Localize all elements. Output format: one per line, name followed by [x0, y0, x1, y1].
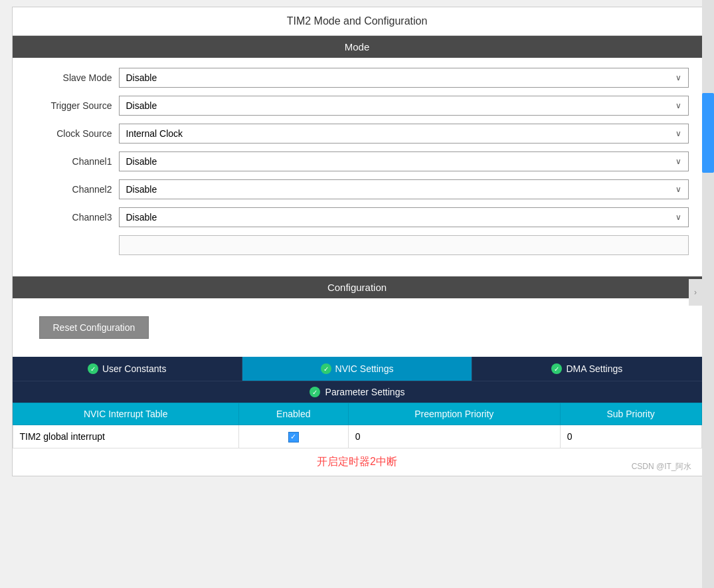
config-section-header: Configuration — [13, 276, 702, 298]
slave-mode-row: Slave Mode Disable — [26, 68, 689, 88]
partial-field — [119, 235, 689, 255]
partial-row — [26, 235, 689, 258]
slave-mode-label: Slave Mode — [26, 72, 119, 83]
reset-button-container: Reset Configuration — [13, 298, 702, 357]
channel3-row: Channel3 Disable — [26, 207, 689, 227]
trigger-source-row: Trigger Source Disable — [26, 96, 689, 116]
channel2-row: Channel2 Disable — [26, 179, 689, 199]
tabs-row: ✓ User Constants ✓ NVIC Settings ✓ DMA S… — [13, 357, 702, 381]
channel2-select[interactable]: Disable — [120, 180, 688, 199]
tab-dma-settings-label: DMA Settings — [566, 363, 622, 374]
channel2-select-wrapper[interactable]: Disable — [119, 179, 689, 199]
watermark: CSDN @IT_阿水 — [632, 461, 692, 472]
nvic-settings-check-icon: ✓ — [321, 363, 331, 374]
trigger-source-select[interactable]: Disable — [120, 96, 688, 115]
param-settings-check-icon: ✓ — [310, 387, 320, 397]
clock-source-select-wrapper[interactable]: Internal Clock — [119, 124, 689, 144]
channel1-select-wrapper[interactable]: Disable — [119, 151, 689, 171]
interrupt-enabled: ✓ — [238, 425, 348, 448]
scrollbar[interactable] — [702, 0, 714, 588]
nvic-col-header-preemption: Preemption Priority — [348, 403, 560, 425]
nvic-col-header-sub: Sub Priority — [560, 403, 701, 425]
main-container: TIM2 Mode and Configuration Mode Slave M… — [12, 7, 703, 476]
nvic-col-header-name: NVIC Interrupt Table — [13, 403, 238, 425]
annotation-text: 开启定时器2中断 — [13, 448, 702, 476]
channel1-select[interactable]: Disable — [120, 152, 688, 171]
tab-user-constants-label: User Constants — [102, 363, 166, 374]
clock-source-label: Clock Source — [26, 128, 119, 139]
channel3-select-wrapper[interactable]: Disable — [119, 207, 689, 227]
tab-nvic-settings-label: NVIC Settings — [335, 363, 394, 374]
table-row: TIM2 global interrupt ✓ 0 0 — [13, 425, 701, 448]
clock-source-row: Clock Source Internal Clock — [26, 124, 689, 144]
enabled-checkbox[interactable]: ✓ — [288, 432, 299, 442]
page-title: TIM2 Mode and Configuration — [13, 7, 702, 36]
param-tab-row[interactable]: ✓ Parameter Settings — [13, 381, 702, 403]
tab-dma-settings[interactable]: ✓ DMA Settings — [472, 357, 701, 381]
tab-user-constants[interactable]: ✓ User Constants — [13, 357, 242, 381]
slave-mode-select[interactable]: Disable — [120, 68, 688, 87]
channel3-label: Channel3 — [26, 212, 119, 223]
nvic-col-header-enabled: Enabled — [238, 403, 348, 425]
channel2-label: Channel2 — [26, 184, 119, 195]
trigger-source-select-wrapper[interactable]: Disable — [119, 96, 689, 116]
slave-mode-select-wrapper[interactable]: Disable — [119, 68, 689, 88]
nvic-table: NVIC Interrupt Table Enabled Preemption … — [13, 403, 702, 448]
mode-section: Slave Mode Disable Trigger Source Disabl… — [13, 58, 702, 276]
param-settings-label: Parameter Settings — [325, 387, 405, 397]
config-section: Reset Configuration ✓ User Constants ✓ N… — [13, 298, 702, 476]
channel1-label: Channel1 — [26, 156, 119, 167]
trigger-source-label: Trigger Source — [26, 100, 119, 111]
dma-settings-check-icon: ✓ — [551, 363, 562, 374]
channel3-select[interactable]: Disable — [120, 208, 688, 227]
preemption-priority: 0 — [348, 425, 560, 448]
chevron-right-icon: › — [694, 288, 697, 297]
reset-configuration-button[interactable]: Reset Configuration — [39, 316, 149, 339]
clock-source-select[interactable]: Internal Clock — [120, 124, 688, 143]
interrupt-name: TIM2 global interrupt — [13, 425, 238, 448]
collapse-arrow-button[interactable]: › — [689, 279, 702, 306]
mode-section-header: Mode — [13, 36, 702, 58]
sub-priority: 0 — [560, 425, 701, 448]
tab-nvic-settings[interactable]: ✓ NVIC Settings — [242, 357, 472, 381]
user-constants-check-icon: ✓ — [88, 363, 98, 374]
scrollbar-thumb[interactable] — [702, 93, 714, 173]
channel1-row: Channel1 Disable — [26, 151, 689, 171]
